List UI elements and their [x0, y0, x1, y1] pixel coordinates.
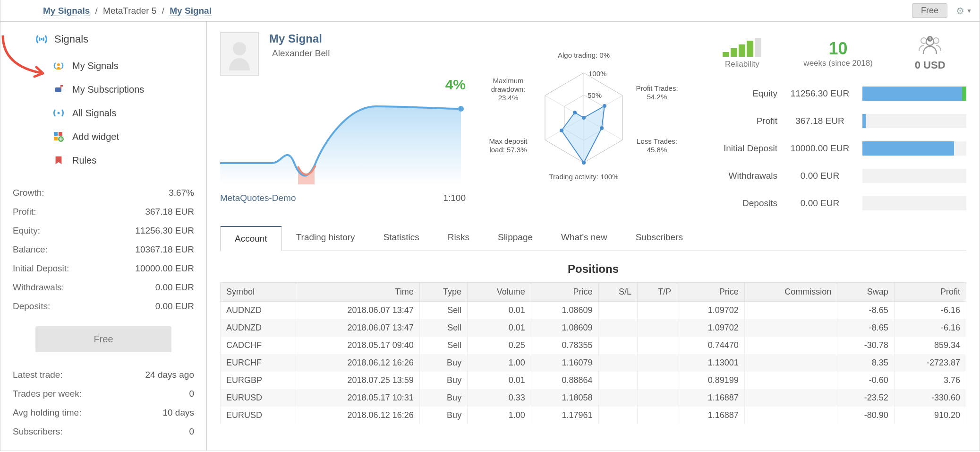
gear-icon: ⚙	[956, 5, 964, 17]
svg-text:Profit Trades:: Profit Trades:	[636, 84, 678, 92]
stat-row: Equity11256.30 EUR	[702, 80, 966, 107]
antenna-icon	[35, 33, 48, 45]
stat-row: Withdrawals0.00 EUR	[702, 162, 966, 190]
svg-text:54.2%: 54.2%	[647, 93, 667, 101]
stat-row: Deposits0.00 EUR	[702, 190, 966, 217]
table-row: EURGBP2018.07.25 13:59Buy0.010.888640.89…	[221, 372, 966, 389]
reliability-indicator: Reliability	[723, 38, 761, 69]
table-header[interactable]: Time	[296, 283, 420, 302]
avatar	[220, 32, 259, 76]
svg-text:Loss Trades:: Loss Trades:	[637, 137, 677, 145]
svg-point-22	[582, 116, 586, 120]
svg-point-27	[573, 111, 577, 114]
positions-table: SymbolTimeTypeVolumePriceS/LT/PPriceComm…	[220, 282, 966, 424]
svg-text:Algo trading: 0%: Algo trading: 0%	[558, 51, 610, 59]
table-header[interactable]: Symbol	[221, 283, 296, 302]
weeks-counter: 10 weeks (since 2018)	[803, 39, 872, 68]
tab-what-s-new[interactable]: What's new	[547, 226, 622, 251]
svg-point-11	[233, 42, 246, 55]
table-header[interactable]: Price	[531, 283, 598, 302]
growth-line-icon	[220, 80, 466, 184]
sidebar-heading: Signals	[35, 33, 194, 45]
svg-text:50%: 50%	[588, 91, 602, 99]
svg-rect-4	[60, 85, 63, 87]
table-header[interactable]: Swap	[837, 283, 894, 302]
kv-row: Equity:11256.30 EUR	[13, 221, 194, 240]
tab-subscribers[interactable]: Subscribers	[622, 226, 697, 251]
stat-row: Profit367.18 EUR	[702, 107, 966, 135]
free-button-top[interactable]: Free	[912, 3, 947, 18]
sidebar-item-add-widget[interactable]: Add widget	[52, 125, 194, 148]
svg-rect-6	[54, 132, 58, 136]
svg-rect-7	[59, 132, 62, 136]
table-header[interactable]: Profit	[894, 283, 966, 302]
kv-row: Trades per week:0	[13, 384, 194, 403]
kv-row: Balance:10367.18 EUR	[13, 240, 194, 259]
growth-percent: 4%	[445, 77, 466, 93]
person-antenna-icon	[52, 60, 65, 72]
sidebar-item-my-signals[interactable]: My Signals	[52, 54, 194, 78]
sidebar-item-rules[interactable]: Rules	[52, 148, 194, 172]
server-name[interactable]: MetaQuotes-Demo	[220, 193, 296, 203]
table-row: EURUSD2018.06.12 16:26Buy1.001.179611.16…	[221, 407, 966, 424]
sidebar-nav: My Signals My Subscriptions All Signals	[52, 54, 194, 172]
tab-trading-history[interactable]: Trading history	[282, 226, 369, 251]
kv-row: Subscribers:0	[13, 422, 194, 441]
table-header[interactable]: Volume	[468, 283, 531, 302]
breadcrumb-leaf[interactable]: My Signal	[170, 6, 212, 16]
table-header[interactable]: Type	[419, 283, 467, 302]
tab-slippage[interactable]: Slippage	[484, 226, 547, 251]
sidebar: Signals My Signals My Subscriptions	[0, 22, 207, 451]
sidebar-meta: Latest trade:24 days agoTrades per week:…	[13, 365, 194, 441]
svg-text:45.8%: 45.8%	[647, 146, 667, 154]
sidebar-item-all-signals[interactable]: All Signals	[52, 101, 194, 125]
topbar: My Signals / MetaTrader 5 / My Signal Fr…	[0, 0, 980, 22]
tab-statistics[interactable]: Statistics	[369, 226, 434, 251]
svg-text:load: 57.3%: load: 57.3%	[489, 146, 527, 154]
svg-text:Max deposit: Max deposit	[489, 137, 528, 145]
kv-row: Avg holding time:10 days	[13, 403, 194, 422]
svg-point-23	[603, 104, 606, 108]
growth-chart: 4%	[220, 80, 466, 189]
free-button-side[interactable]: Free	[35, 326, 171, 352]
table-header-row: SymbolTimeTypeVolumePriceS/LT/PPriceComm…	[221, 283, 966, 302]
positions-title: Positions	[220, 262, 966, 276]
kv-row: Withdrawals:0.00 EUR	[13, 278, 194, 297]
widget-plus-icon	[52, 130, 65, 143]
breadcrumb-mid: MetaTrader 5	[103, 6, 156, 16]
svg-text:Maximum: Maximum	[493, 77, 523, 85]
signal-page: My Signals / MetaTrader 5 / My Signal Fr…	[0, 0, 980, 451]
table-row: EURCHF2018.06.12 16:26Buy1.001.160791.13…	[221, 354, 966, 372]
table-header[interactable]: Price	[677, 283, 745, 302]
svg-text:100%: 100%	[588, 70, 606, 78]
svg-point-1	[57, 63, 60, 66]
svg-point-5	[58, 112, 60, 114]
svg-rect-8	[54, 137, 58, 140]
sidebar-stats: Growth:3.67%Profit:367.18 EUREquity:1125…	[13, 183, 194, 316]
main-content: My Signal Alexander Bell 4%	[207, 22, 980, 451]
sidebar-item-my-subscriptions[interactable]: My Subscriptions	[52, 78, 194, 101]
chevron-down-icon: ▼	[966, 8, 972, 14]
antenna-small-icon	[52, 107, 65, 119]
table-row: AUDNZD2018.06.07 13:47Sell0.011.086091.0…	[221, 302, 966, 320]
mailbox-icon	[52, 83, 65, 96]
svg-point-24	[600, 126, 604, 130]
svg-point-26	[560, 129, 563, 132]
settings-gear[interactable]: ⚙ ▼	[956, 5, 972, 17]
svg-text:23.4%: 23.4%	[498, 94, 519, 102]
table-header[interactable]: Commission	[744, 283, 837, 302]
signal-name: My Signal	[269, 32, 330, 45]
table-row: EURUSD2018.05.17 10:31Buy0.331.180581.16…	[221, 389, 966, 407]
kv-row: Latest trade:24 days ago	[13, 365, 194, 384]
stats-block: Reliability 10 weeks (since 2018) 0	[702, 32, 966, 217]
signal-author: Alexander Bell	[272, 48, 330, 59]
kv-row: Initial Deposit:10000.00 EUR	[13, 259, 194, 278]
svg-text:drawdown:: drawdown:	[491, 85, 526, 93]
tab-risks[interactable]: Risks	[434, 226, 484, 251]
tab-account[interactable]: Account	[220, 226, 282, 251]
breadcrumb-root[interactable]: My Signals	[43, 6, 90, 16]
table-header[interactable]: S/L	[598, 283, 637, 302]
leverage: 1:100	[443, 193, 466, 203]
svg-point-0	[41, 38, 43, 40]
table-header[interactable]: T/P	[638, 283, 677, 302]
